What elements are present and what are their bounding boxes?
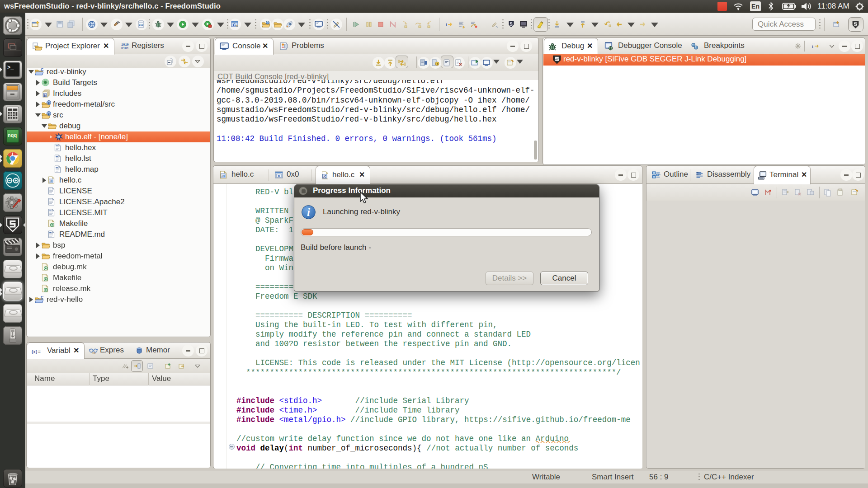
- svg-text:i: i: [446, 22, 447, 27]
- svg-text:i: i: [812, 43, 813, 49]
- svg-text:010: 010: [139, 23, 144, 26]
- svg-text:C: C: [233, 23, 236, 27]
